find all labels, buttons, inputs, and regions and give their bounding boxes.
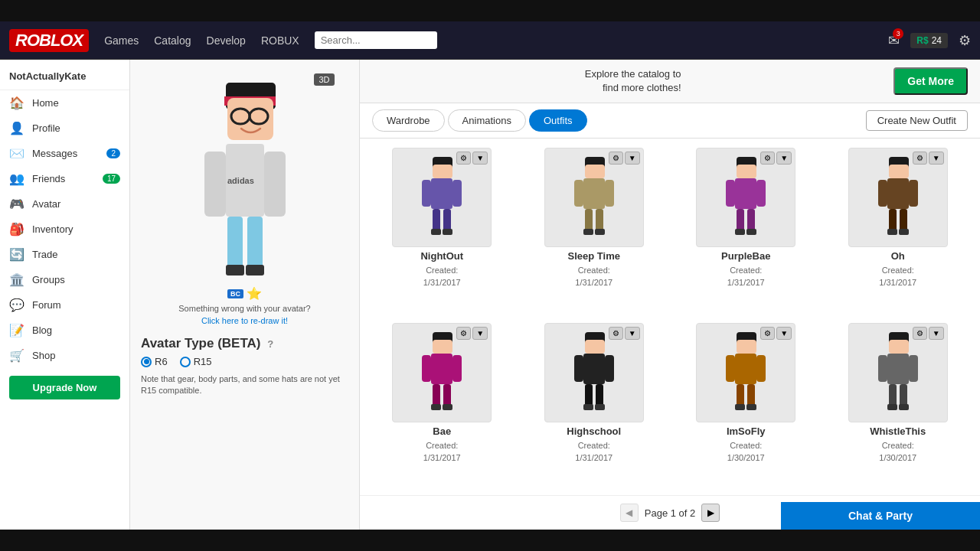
sidebar-item-avatar[interactable]: 🎮 Avatar	[0, 191, 129, 217]
outfit-image-2[interactable]: ⚙ ▼	[696, 148, 795, 247]
search-input[interactable]	[315, 31, 437, 49]
outfit-gear-5[interactable]: ⚙	[609, 327, 623, 340]
outfit-image-1[interactable]: ⚙ ▼	[544, 148, 644, 247]
catalog-section: Explore the catalog to find more clothes…	[360, 60, 980, 103]
outfit-image-3[interactable]: ⚙ ▼	[848, 148, 948, 247]
robux-button[interactable]: R$ 24	[910, 33, 948, 48]
nav-games[interactable]: Games	[104, 34, 139, 47]
nav-catalog[interactable]: Catalog	[154, 34, 191, 47]
outfit-gear-4[interactable]: ⚙	[456, 327, 471, 340]
outfit-image-0[interactable]: ⚙ ▼	[392, 148, 492, 247]
outfit-dropdown-4[interactable]: ▼	[472, 327, 488, 340]
avatar-type-help-icon[interactable]: ?	[267, 338, 273, 350]
tab-outfits[interactable]: Outfits	[529, 109, 587, 132]
svg-rect-58	[431, 404, 441, 410]
outfit-name-1: Sleep Time	[568, 250, 620, 262]
outfit-dropdown-1[interactable]: ▼	[625, 152, 640, 165]
outfit-image-5[interactable]: ⚙ ▼	[544, 323, 644, 422]
svg-rect-68	[595, 404, 605, 410]
roblox-logo[interactable]: ROBLOX	[9, 29, 89, 52]
svg-rect-54	[452, 355, 462, 382]
outfit-name-5: Highschool	[567, 425, 621, 437]
svg-rect-76	[735, 404, 745, 410]
nav-robux[interactable]: ROBUX	[261, 34, 299, 47]
main-content: NotActuallyKate 🏠 Home 👤 Profile ✉️ Mess…	[0, 60, 980, 530]
messages-icon[interactable]: ✉ 3	[888, 32, 900, 49]
next-page-button[interactable]: ▶	[701, 504, 720, 522]
outfit-dropdown-7[interactable]: ▼	[929, 327, 944, 340]
redraw-message: Something wrong with your avatar?	[178, 304, 310, 313]
avatar-panel: 3D	[130, 60, 360, 530]
messages-nav-badge: 2	[106, 148, 120, 158]
robux-amount: 24	[932, 35, 942, 46]
svg-rect-30	[596, 209, 603, 232]
outfit-dropdown-0[interactable]: ▼	[472, 152, 488, 165]
blog-icon: 📝	[9, 323, 24, 337]
create-outfit-button[interactable]: Create New Outfit	[866, 110, 968, 131]
sidebar-item-messages[interactable]: ✉️ Messages 2	[0, 141, 129, 166]
svg-rect-22	[431, 229, 441, 235]
outfit-dropdown-2[interactable]: ▼	[776, 152, 792, 165]
svg-rect-50	[899, 229, 909, 235]
sidebar-item-shop[interactable]: 🛒 Shop	[0, 343, 129, 368]
prev-page-button[interactable]: ◀	[620, 504, 639, 522]
outfit-gear-7[interactable]: ⚙	[913, 327, 927, 340]
sidebar-item-blog[interactable]: 📝 Blog	[0, 318, 129, 343]
outfit-dropdown-5[interactable]: ▼	[625, 327, 640, 340]
bc-icon: BC	[227, 289, 243, 298]
svg-rect-8	[264, 152, 286, 217]
outfit-gear-0[interactable]: ⚙	[456, 152, 471, 165]
sidebar-item-home[interactable]: 🏠 Home	[0, 90, 129, 116]
messages-badge: 3	[893, 28, 903, 39]
outfit-gear-1[interactable]: ⚙	[609, 152, 623, 165]
outfit-name-2: PurpleBae	[721, 250, 770, 262]
avatar-type-title: Avatar Type (BETA) ?	[141, 336, 348, 351]
upgrade-button[interactable]: Upgrade Now	[9, 376, 120, 399]
svg-rect-41	[746, 229, 756, 235]
header: ROBLOX Games Catalog Develop ROBUX ✉ 3 R…	[0, 21, 980, 60]
bottom-bar	[0, 530, 980, 551]
outfit-dropdown-3[interactable]: ▼	[929, 152, 944, 165]
tab-animations[interactable]: Animations	[448, 109, 526, 132]
sidebar-item-friends[interactable]: 👥 Friends 17	[0, 166, 129, 191]
nav-develop[interactable]: Develop	[207, 34, 246, 47]
settings-icon[interactable]: ⚙	[959, 32, 971, 49]
svg-rect-53	[422, 355, 431, 382]
messages-nav-icon: ✉️	[9, 146, 24, 161]
outfit-image-6[interactable]: ⚙ ▼	[696, 323, 795, 422]
outfit-actions-3: ⚙ ▼	[913, 152, 944, 165]
sidebar-item-groups[interactable]: 🏛️ Groups	[0, 267, 129, 292]
outfit-name-4: Bae	[433, 425, 451, 437]
outfit-name-3: Oh	[891, 250, 905, 262]
forum-icon: 💬	[9, 298, 24, 312]
svg-rect-25	[585, 165, 605, 178]
outfit-gear-2[interactable]: ⚙	[760, 152, 775, 165]
3d-button[interactable]: 3D	[314, 73, 334, 86]
sidebar-item-forum[interactable]: 💬 Forum	[0, 292, 129, 318]
outfit-actions-4: ⚙ ▼	[456, 327, 488, 340]
sidebar-item-profile[interactable]: 👤 Profile	[0, 116, 129, 141]
tab-wardrobe[interactable]: Wardrobe	[372, 109, 445, 132]
redraw-link[interactable]: Click here to re-draw it!	[201, 316, 288, 325]
outfit-image-7[interactable]: ⚙ ▼	[848, 323, 948, 422]
sidebar-label-inventory: Inventory	[32, 223, 73, 235]
r6-radio[interactable]	[141, 357, 152, 367]
avatar-display: 3D	[149, 67, 341, 282]
outfit-dropdown-6[interactable]: ▼	[776, 327, 792, 340]
r6-option[interactable]: R6	[141, 356, 168, 367]
r15-radio[interactable]	[180, 357, 191, 367]
outfit-date-1: Created:1/31/2017	[575, 265, 612, 289]
svg-rect-37	[735, 178, 756, 209]
outfit-gear-3[interactable]: ⚙	[913, 152, 927, 165]
svg-rect-84	[900, 384, 907, 407]
outfit-gear-6[interactable]: ⚙	[760, 327, 775, 340]
get-more-button[interactable]: Get More	[893, 67, 968, 95]
r15-option[interactable]: R15	[180, 356, 212, 367]
svg-rect-52	[433, 340, 452, 354]
svg-rect-81	[909, 355, 918, 382]
inventory-icon: 🎒	[9, 222, 24, 236]
sidebar-item-inventory[interactable]: 🎒 Inventory	[0, 217, 129, 242]
sidebar-item-trade[interactable]: 🔄 Trade	[0, 242, 129, 267]
outfit-image-4[interactable]: ⚙ ▼	[392, 323, 492, 422]
chat-party-button[interactable]: Chat & Party	[781, 502, 980, 530]
